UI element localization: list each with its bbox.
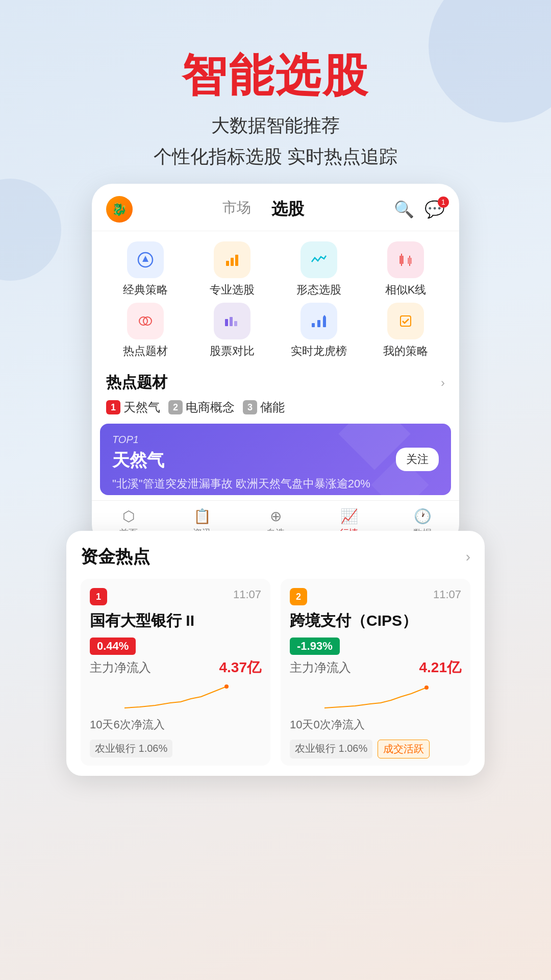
svg-rect-18 — [323, 317, 326, 327]
phone-nav-watchlist-icon: ⊕ — [270, 508, 282, 525]
card-header: 资金热点 › — [81, 545, 470, 569]
nav-market[interactable]: 市场 — [222, 198, 251, 220]
svg-point-22 — [424, 685, 429, 690]
realtime-rank-label: 实时龙虎榜 — [291, 344, 347, 359]
svg-rect-4 — [235, 255, 238, 266]
grid-item-pattern-select[interactable]: 形态选股 — [283, 241, 355, 298]
banner-desc: "北溪"管道突发泄漏事故 欧洲天然气盘中暴涨逾20% — [112, 476, 439, 492]
grid-item-my-strategy[interactable]: 我的策略 — [370, 303, 441, 359]
search-icon[interactable]: 🔍 — [394, 200, 414, 219]
pro-select-icon — [214, 241, 251, 278]
hot-item-2-flow-amount: 4.21亿 — [419, 658, 462, 677]
hot-banner[interactable]: TOP1 天然气 "北溪"管道突发泄漏事故 欧洲天然气盘中暴涨逾20% 关注 — [100, 424, 451, 495]
pattern-select-label: 形态选股 — [296, 282, 341, 298]
hot-item-2-name: 跨境支付（CIPS） — [290, 610, 461, 631]
hot-section-header: 热点题材 › — [92, 364, 459, 399]
svg-rect-2 — [226, 261, 229, 266]
banner-title: 天然气 — [112, 449, 439, 472]
app-header-nav: 市场 选股 — [133, 198, 394, 220]
phone-nav-data-icon: 🕐 — [414, 508, 432, 525]
hot-item-2-flow-label: 主力净流入 — [290, 659, 351, 676]
tag-name-2: 电商概念 — [186, 399, 235, 415]
banner-top-label: TOP1 — [112, 434, 439, 446]
hot-item-1-flow: 主力净流入 4.37亿 — [90, 658, 261, 677]
similar-kline-icon — [387, 241, 424, 278]
tag-name-3: 储能 — [260, 399, 285, 415]
hero-title: 智能选股 — [0, 51, 551, 101]
rank-badge-2: 2 — [290, 588, 307, 605]
hero-section: 智能选股 大数据智能推荐 个性化指标选股 实时热点追踪 — [0, 0, 551, 172]
tags-row: 1 天然气 2 电商概念 3 储能 — [92, 399, 459, 424]
svg-rect-15 — [234, 321, 237, 326]
bg-decoration-left — [0, 179, 61, 281]
phone-mockup: 🐉 市场 选股 🔍 💬 1 经典策略 — [92, 184, 459, 545]
hot-item-2[interactable]: 2 11:07 跨境支付（CIPS） -1.93% 主力净流入 4.21亿 10… — [281, 579, 470, 766]
grid-item-realtime-rank[interactable]: 实时龙虎榜 — [283, 303, 355, 359]
notification-badge: 1 — [438, 197, 449, 208]
hot-item-2-pct: -1.93% — [290, 638, 340, 655]
floating-card: 资金热点 › 1 11:07 国有大型银行 II 0.44% 主力净流入 4.3… — [66, 531, 485, 776]
nav-select-stock[interactable]: 选股 — [271, 198, 304, 220]
tag-rank-3: 3 — [243, 400, 257, 414]
grid-item-similar-kline[interactable]: 相似K线 — [370, 241, 441, 298]
hot-item-1-time: 11:07 — [233, 588, 261, 601]
card-arrow[interactable]: › — [466, 549, 470, 565]
hot-items: 1 11:07 国有大型银行 II 0.44% 主力净流入 4.37亿 10天6… — [81, 579, 470, 766]
grid-item-hot-topic[interactable]: 热点题材 — [110, 303, 181, 359]
grid-item-stock-compare[interactable]: 股票对比 — [196, 303, 268, 359]
hot-item-1-stocks: 农业银行 1.06% — [90, 740, 261, 757]
svg-marker-19 — [323, 315, 326, 317]
svg-rect-3 — [231, 258, 234, 266]
app-logo: 🐉 — [106, 196, 133, 223]
my-strategy-icon — [387, 303, 424, 339]
svg-rect-8 — [408, 258, 412, 264]
tag-rank-2: 2 — [168, 400, 183, 414]
tag-name-1: 天然气 — [123, 399, 160, 415]
hot-item-1-days: 10天6次净流入 — [90, 717, 261, 732]
realtime-rank-icon — [300, 303, 337, 339]
banner-follow-btn[interactable]: 关注 — [396, 448, 439, 471]
hero-subtitle: 大数据智能推荐 个性化指标选股 实时热点追踪 — [0, 110, 551, 172]
stock-tag-2: 农业银行 1.06% — [290, 740, 372, 758]
hot-item-1-flow-label: 主力净流入 — [90, 659, 151, 676]
grid-item-classic-strategy[interactable]: 经典策略 — [110, 241, 181, 298]
hot-item-1-chart — [90, 682, 261, 713]
pro-select-label: 专业选股 — [210, 282, 255, 298]
tag-3[interactable]: 3 储能 — [243, 399, 285, 415]
hot-item-1[interactable]: 1 11:07 国有大型银行 II 0.44% 主力净流入 4.37亿 10天6… — [81, 579, 270, 766]
icon-row-2: 热点题材 股票对比 — [102, 303, 449, 359]
phone-nav-home-icon: ⬡ — [122, 508, 135, 525]
hot-topic-label: 热点题材 — [123, 344, 168, 359]
tag-1[interactable]: 1 天然气 — [106, 399, 160, 415]
pattern-select-icon — [300, 241, 337, 278]
classic-strategy-label: 经典策略 — [123, 282, 168, 298]
app-header-icons: 🔍 💬 1 — [394, 200, 445, 219]
phone-nav-news-icon: 📋 — [193, 508, 211, 525]
my-strategy-label: 我的策略 — [383, 344, 428, 359]
rank-badge-1: 1 — [90, 588, 107, 605]
stock-compare-label: 股票对比 — [210, 344, 255, 359]
hot-section-title: 热点题材 — [106, 372, 167, 393]
hot-item-1-pct: 0.44% — [90, 638, 136, 655]
grid-item-pro-select[interactable]: 专业选股 — [196, 241, 268, 298]
svg-rect-20 — [400, 316, 411, 326]
hot-item-2-header: 2 11:07 — [290, 588, 461, 605]
active-trade-badge: 成交活跃 — [378, 740, 430, 758]
svg-marker-1 — [142, 256, 148, 262]
hot-item-1-header: 1 11:07 — [90, 588, 261, 605]
app-header: 🐉 市场 选股 🔍 💬 1 — [92, 184, 459, 231]
hot-topic-icon — [127, 303, 164, 339]
hero-subtitle-line2: 个性化指标选股 实时热点追踪 — [0, 141, 551, 172]
icon-row-1: 经典策略 专业选股 形态选股 — [102, 241, 449, 298]
phone-nav-market-icon: 📈 — [340, 508, 358, 525]
svg-point-21 — [224, 684, 229, 689]
tag-rank-1: 1 — [106, 400, 120, 414]
hot-section-arrow[interactable]: › — [441, 376, 445, 390]
classic-strategy-icon — [127, 241, 164, 278]
svg-rect-17 — [317, 320, 320, 327]
hot-item-1-name: 国有大型银行 II — [90, 610, 261, 631]
message-icon[interactable]: 💬 1 — [424, 200, 445, 219]
hot-item-1-flow-amount: 4.37亿 — [219, 658, 262, 677]
hot-item-2-days: 10天0次净流入 — [290, 717, 461, 732]
tag-2[interactable]: 2 电商概念 — [168, 399, 235, 415]
